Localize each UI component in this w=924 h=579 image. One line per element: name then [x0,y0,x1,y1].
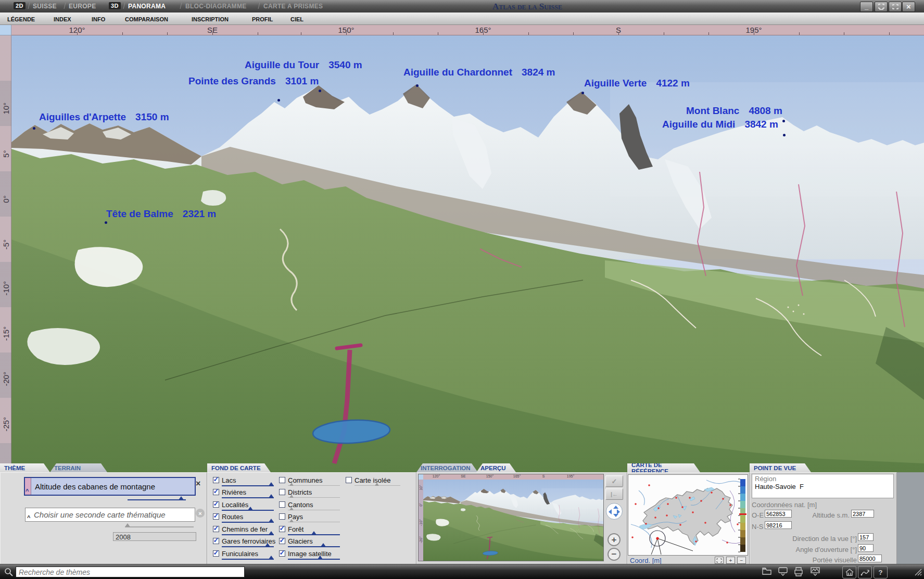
layer-opacity-slider[interactable] [222,485,274,486]
oe-input[interactable] [765,510,792,518]
altitude-input[interactable] [851,510,874,518]
elevation-tick-label: -10° [2,284,10,296]
checkbox[interactable]: ✓ [213,526,219,532]
tab-carte-de-reference[interactable]: CARTE DE RÉFÉRENCE [627,463,700,472]
open-file-icon[interactable] [762,567,772,578]
layer-opacity-slider[interactable] [222,510,274,511]
region-value: Haute-Savoie F [755,483,804,490]
map-zoom-in-button[interactable]: + [726,557,735,564]
mode-3d-button[interactable]: 3D [109,2,121,9]
menu-legende[interactable]: LÉGENDE [7,16,35,22]
checkbox[interactable]: ✓ [213,501,219,508]
close-button[interactable]: × [902,2,915,12]
theme-opacity-slider[interactable] [128,499,186,500]
layer-opacity-slider[interactable] [288,522,340,522]
preview-reset-button[interactable]: |← [605,488,623,500]
checkbox[interactable]: ✓ [279,538,285,544]
view-direction-label: Direction de la vue [°] [781,535,857,543]
view-direction-input[interactable] [858,533,874,541]
layer-opacity-slider[interactable] [288,534,340,535]
menu-profil[interactable]: PROFIL [252,16,273,22]
minimize-button[interactable]: _ [860,2,873,12]
tab-fond-de-carte[interactable]: FOND DE CARTE [207,463,271,472]
preview-pan-button[interactable] [606,503,623,520]
theme-close-button[interactable]: × [196,479,200,488]
tab-interrogation[interactable]: INTERROGATION [416,463,478,472]
peak-label-aiguille-verte: Aiguille Verte4122 m [584,78,690,89]
second-theme-clear-button[interactable]: × [196,509,205,518]
menu-inscription[interactable]: INSCRIPTION [192,16,229,22]
checkbox[interactable]: ✓ [213,477,219,483]
mode-2d-button[interactable]: 2D [14,2,26,9]
layer-opacity-slider[interactable] [288,497,340,498]
aperture-angle-input[interactable] [858,544,874,552]
tab-terrain[interactable]: TERRAIN [50,463,107,472]
layer-opacity-slider[interactable] [222,534,274,535]
layer-opacity-slider[interactable] [222,559,274,560]
theme-select[interactable]: ^ Altitude des cabanes de montagne [24,477,196,496]
menu-comparaison[interactable]: COMPARAISON [125,16,168,22]
nav-carte-a-prismes[interactable]: CARTE A PRISMES [263,3,323,10]
checkbox[interactable]: ✓ [279,550,285,557]
slider-handle[interactable] [125,523,130,527]
layer-opacity-slider[interactable] [222,546,274,547]
panorama-view[interactable] [11,35,924,473]
map-extent-button[interactable] [715,557,724,564]
altitude-indicator [739,513,746,515]
preview-zoom-out-button[interactable]: − [607,548,621,561]
checkbox[interactable] [279,477,285,483]
peak-label-aiguilles-arpette: Aiguilles d'Arpette3150 m [39,111,169,123]
tab-theme[interactable]: THÈME [0,463,50,472]
print-icon[interactable] [793,567,804,579]
preview-zoom-in-button[interactable]: + [607,533,621,546]
visual-range-input[interactable] [858,555,882,562]
checkbox[interactable]: ✓ [213,550,219,557]
checkbox[interactable]: ✓ [213,513,219,520]
panorama-preview[interactable]: 120° SE 150° 165° S 195° 10° 0° -10° -20… [418,474,604,561]
export-image-icon[interactable] [809,567,821,579]
second-theme-select[interactable]: ^ Choisir une seconde carte thématique [25,508,195,522]
layer-opacity-slider[interactable] [288,546,340,547]
restore-button[interactable] [875,2,888,12]
help-button[interactable]: ? [874,566,888,578]
layer-opacity-slider[interactable] [288,559,340,560]
switzerland-reference-map[interactable] [628,474,748,556]
checkbox[interactable]: ✓ [213,489,219,495]
layer-opacity-slider[interactable] [222,497,274,498]
layer-opacity-slider[interactable] [355,485,400,486]
theme-search-input[interactable] [16,567,245,577]
map-zoom-out-button[interactable]: − [737,557,746,564]
maximize-button[interactable] [889,2,902,12]
preview-apply-button[interactable]: ✓ [605,475,623,487]
layer-opacity-slider[interactable] [288,485,340,486]
year-field[interactable]: 2008 [113,532,196,541]
search-icon [4,568,14,579]
download-icon[interactable] [777,567,789,579]
nav-panorama[interactable]: PANORAMA [128,3,166,10]
slider-handle[interactable] [179,496,184,500]
checkbox[interactable] [279,513,285,520]
nav-suisse[interactable]: SUISSE [33,3,57,10]
tab-point-de-vue[interactable]: POINT DE VUE [750,463,811,472]
layer-opacity-slider[interactable] [222,522,274,523]
checkbox[interactable]: ✓ [279,526,285,532]
pan-right-icon [617,509,620,514]
restore-icon [878,4,884,10]
checkbox[interactable] [279,501,285,508]
cabins-tool-button[interactable] [842,566,856,578]
nav-bloc-diagramme[interactable]: BLOC-DIAGRAMME [185,3,247,10]
resize-grip[interactable] [914,568,922,578]
checkbox[interactable]: ✓ [213,538,219,544]
checkbox[interactable] [346,477,352,483]
menu-info[interactable]: INFO [92,16,105,22]
layer-opacity-slider[interactable] [288,510,340,510]
tab-apercu[interactable]: APERÇU [476,463,516,472]
menu-ciel[interactable]: CIEL [290,16,303,22]
nav-europe[interactable]: EUROPE [69,3,96,10]
elevation-tick-label: -15° [2,330,10,341]
menu-index[interactable]: INDEX [54,16,71,22]
checkbox[interactable] [279,489,285,495]
ns-input[interactable] [765,521,792,529]
year-slider[interactable] [125,526,194,527]
measure-tool-button[interactable] [858,566,872,578]
